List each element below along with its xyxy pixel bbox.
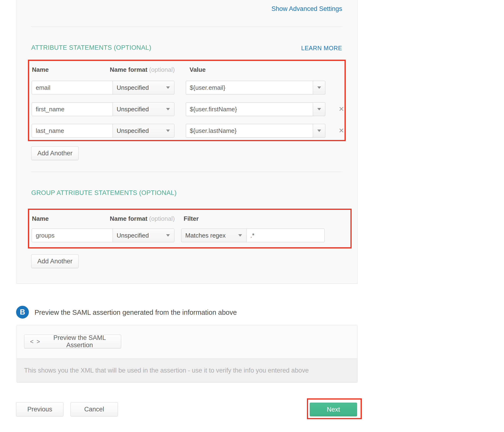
name-format-selected-value: Unspecified [117, 127, 149, 134]
chevron-down-icon [317, 130, 321, 132]
name-format-select[interactable]: Unspecified [113, 124, 174, 138]
value-dropdown-button[interactable] [313, 102, 325, 116]
previous-button[interactable]: Previous [16, 402, 63, 416]
remove-row-icon[interactable]: ✕ [339, 124, 344, 138]
chevron-down-icon [166, 108, 170, 110]
value-dropdown-button[interactable] [313, 81, 325, 94]
attribute-name-input[interactable] [32, 102, 113, 116]
chevron-down-icon [166, 234, 170, 237]
chevron-down-icon [317, 86, 321, 89]
chevron-down-icon [166, 130, 170, 132]
value-combo [186, 124, 325, 138]
preview-saml-assertion-button[interactable]: < > Preview the SAML Assertion [24, 335, 121, 348]
chevron-down-icon [238, 234, 242, 237]
attribute-row: Unspecified [32, 81, 325, 94]
learn-more-link[interactable]: LEARN MORE [301, 45, 342, 52]
attribute-statements-highlight-box: Name Name format (optional) Value Unspec… [28, 60, 346, 141]
code-icon: < > [30, 338, 41, 345]
column-header-name-format: Name format (optional) [110, 66, 175, 74]
next-button-highlight-box: Next [307, 398, 362, 419]
group-attribute-row: Unspecified Matches regex [32, 229, 325, 242]
name-format-selected-value: Unspecified [117, 106, 149, 113]
name-format-select[interactable]: Unspecified [113, 102, 174, 116]
chevron-down-icon [317, 108, 321, 110]
step-b-badge: B [16, 306, 29, 319]
filter-value-input[interactable] [246, 229, 325, 242]
group-name-input[interactable] [32, 229, 113, 242]
column-header-name-format: Name format (optional) [110, 215, 175, 222]
filter-type-select[interactable]: Matches regex [181, 229, 247, 242]
preview-hint-text: This shows you the XML that will be used… [24, 367, 309, 374]
cancel-button[interactable]: Cancel [71, 402, 118, 416]
attribute-name-input[interactable] [32, 81, 113, 94]
attribute-row: Unspecified ✕ [32, 102, 344, 116]
remove-row-icon[interactable]: ✕ [339, 102, 344, 116]
value-combo [186, 81, 325, 94]
attribute-value-input[interactable] [186, 102, 313, 116]
divider [31, 27, 342, 27]
preview-section-heading: Preview the SAML assertion generated fro… [35, 309, 237, 316]
preview-button-label: Preview the SAML Assertion [44, 334, 115, 349]
chevron-down-icon [166, 86, 170, 89]
preview-hint-footer: This shows you the XML that will be used… [17, 358, 357, 383]
attribute-value-input[interactable] [186, 124, 313, 138]
group-attribute-statements-highlight-box: Name Name format (optional) Filter Unspe… [28, 209, 352, 248]
optional-label: (optional) [149, 66, 175, 73]
attribute-name-input[interactable] [32, 124, 113, 138]
name-format-select[interactable]: Unspecified [113, 229, 174, 242]
name-format-selected-value: Unspecified [117, 232, 149, 239]
group-attribute-statements-heading: GROUP ATTRIBUTE STATEMENTS (OPTIONAL) [31, 189, 177, 197]
column-header-value: Value [189, 66, 206, 74]
saml-settings-panel: Show Advanced Settings ATTRIBUTE STATEME… [17, 0, 358, 284]
attribute-value-input[interactable] [186, 81, 313, 94]
add-another-group-attribute-button[interactable]: Add Another [31, 254, 79, 268]
show-advanced-settings-link[interactable]: Show Advanced Settings [271, 5, 342, 13]
add-another-attribute-button[interactable]: Add Another [31, 146, 79, 160]
column-header-name: Name [32, 215, 49, 222]
value-dropdown-button[interactable] [313, 124, 325, 138]
saml-configuration-page: Show Advanced Settings ATTRIBUTE STATEME… [0, 0, 504, 432]
divider [31, 172, 342, 172]
name-format-select[interactable]: Unspecified [113, 81, 174, 94]
attribute-row: Unspecified ✕ [32, 124, 344, 138]
filter-type-selected-value: Matches regex [185, 232, 226, 239]
next-button[interactable]: Next [310, 403, 357, 416]
attribute-statements-heading: ATTRIBUTE STATEMENTS (OPTIONAL) [31, 44, 151, 51]
column-header-name: Name [32, 66, 49, 74]
name-format-selected-value: Unspecified [117, 84, 149, 91]
value-combo [186, 102, 325, 116]
optional-label: (optional) [149, 215, 175, 222]
column-header-filter: Filter [184, 215, 199, 222]
preview-assertion-panel: < > Preview the SAML Assertion This show… [17, 325, 358, 383]
